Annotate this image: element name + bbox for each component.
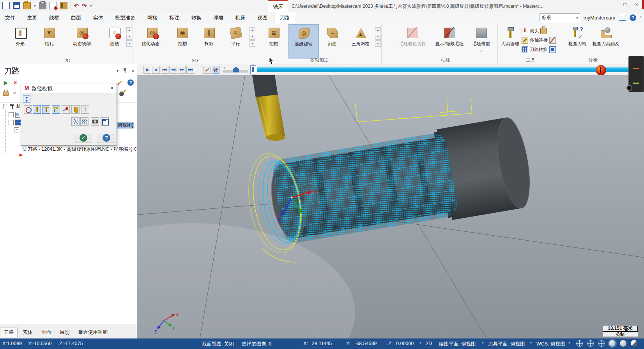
dynamic-mill-button[interactable]: ◎ 动态铣削: [65, 24, 98, 58]
tab-solids-manager[interactable]: 实体: [19, 328, 36, 337]
cplane-dropdown-icon[interactable]: ▾: [482, 341, 484, 345]
group-scroll-3d[interactable]: ▴▾▾: [249, 27, 255, 48]
quick-verify-button[interactable]: [52, 105, 60, 114]
edit-document-icon[interactable]: [50, 2, 57, 9]
tool-manager-button[interactable]: 刀具管理: [499, 24, 522, 58]
expand-icon[interactable]: +: [9, 112, 14, 117]
trace-mode-button[interactable]: [62, 105, 70, 114]
tab-wireframe[interactable]: 线框: [44, 12, 64, 24]
grid-slash-icon[interactable]: [549, 37, 556, 44]
skip-to-start-button[interactable]: |◀◀: [161, 66, 168, 74]
toolpath-transform-button[interactable]: 刀路转换: [522, 46, 556, 54]
tree-row-machine-group[interactable]: − 机: [3, 103, 21, 110]
tab-machine[interactable]: 机床: [230, 12, 251, 24]
pocket-3d-button[interactable]: ◉ 挖槽: [171, 24, 194, 58]
panel-menu-icon[interactable]: ▾: [117, 68, 119, 74]
trace-pen-button[interactable]: [203, 66, 211, 74]
panel-toggle-icon[interactable]: [549, 46, 556, 53]
simulate-rotary-axis-button[interactable]: [24, 105, 32, 114]
edit-parameters-icon[interactable]: [119, 92, 124, 96]
wcs-dropdown-icon[interactable]: ▾: [568, 341, 570, 345]
panel-help-icon[interactable]: ?: [127, 79, 134, 86]
customize-toolbar-icon[interactable]: ▾: [90, 4, 92, 8]
check-tool-contact-button[interactable]: 检查刀具触及: [589, 24, 622, 58]
pin-icon[interactable]: [123, 68, 127, 73]
check-holder-button[interactable]: ?✓ 检查刀柄: [566, 24, 589, 58]
collapse-icon[interactable]: −: [14, 127, 19, 132]
tplane-status[interactable]: 刀具平面: 俯视图: [488, 341, 525, 347]
dialog-title-bar[interactable]: M 路径模拟 ×: [21, 83, 117, 94]
tab-transform[interactable]: 转换: [186, 12, 207, 24]
display-tool-button[interactable]: [33, 105, 41, 114]
wireframe-shaded-icon[interactable]: [598, 340, 605, 347]
expand-dialog-button[interactable]: ▼▼: [23, 95, 30, 103]
toolpath-display-icon[interactable]: ≈: [11, 89, 18, 96]
speed-slider-thumb[interactable]: [233, 67, 239, 72]
edit-toolpath-icon[interactable]: [117, 81, 122, 85]
tab-levels-manager[interactable]: 层别: [56, 328, 73, 337]
progress-position-marker[interactable]: [250, 65, 256, 74]
ok-button[interactable]: ✓: [74, 133, 93, 143]
along-face-button[interactable]: ≈ 沿面: [321, 24, 343, 58]
wireframe-hidden-icon[interactable]: [587, 340, 594, 347]
print-icon[interactable]: [39, 2, 46, 9]
collapse-icon[interactable]: −: [3, 104, 8, 109]
stock-model-dropdown-icon[interactable]: ▾: [480, 49, 482, 53]
multiaxis-pocket-button[interactable]: ≣ 挖槽: [261, 24, 286, 58]
tab-toolpaths-manager[interactable]: 刀路: [0, 328, 18, 337]
project-button[interactable]: ∥ 投影: [197, 24, 221, 58]
collapse-ribbon-icon[interactable]: ^: [640, 16, 642, 20]
toolbox-icon[interactable]: [540, 28, 547, 34]
wireframe-display-icon[interactable]: [576, 340, 583, 347]
save-geometry-button[interactable]: [101, 117, 109, 126]
open-dropdown-icon[interactable]: ▾: [34, 4, 36, 8]
tab-view[interactable]: 视图: [252, 12, 272, 24]
group-scroll-2d[interactable]: ▴▾▾: [126, 27, 132, 48]
coords-dropdown-icon[interactable]: ▾: [419, 341, 421, 345]
tab-model-prep[interactable]: 模型准备: [110, 12, 140, 24]
widget-knob[interactable]: [626, 85, 632, 91]
drill-button[interactable]: ▼ 钻孔: [37, 24, 62, 58]
step-back-button[interactable]: ◀◀: [169, 66, 177, 74]
advanced-rotary-button[interactable]: ◎ 高级旋转: [288, 24, 319, 59]
endpoints-display-button[interactable]: [71, 117, 80, 126]
collapse-icon[interactable]: −: [9, 120, 14, 125]
minimize-button[interactable]: –: [607, 0, 619, 10]
step-forward-button[interactable]: ▶▶: [178, 66, 186, 74]
tab-surfaces[interactable]: 曲面: [66, 12, 86, 24]
shaded-edges-icon[interactable]: [620, 340, 626, 347]
translucent-display-icon[interactable]: [631, 340, 637, 347]
graphics-viewport[interactable]: X Y Z X Y Z: [137, 75, 644, 338]
select-all-operations-icon[interactable]: ▶: [2, 79, 9, 86]
machine-context-tab[interactable]: 铣床: [268, 0, 288, 13]
dialog-close-icon[interactable]: ×: [110, 85, 113, 91]
lock-icon[interactable]: [3, 92, 9, 96]
open-file-icon[interactable]: [23, 2, 31, 9]
unselect-all-operations-icon[interactable]: ×: [12, 79, 19, 86]
close-button[interactable]: ×: [631, 0, 642, 10]
stock-shading-toggle-button[interactable]: 毛坯着色切换: [395, 24, 430, 58]
undo-icon[interactable]: ↶: [74, 2, 79, 9]
tab-planes-manager[interactable]: 平面: [38, 328, 55, 337]
tree-row-operation[interactable]: −: [14, 127, 19, 132]
contour-button[interactable]: ▮ 外形: [8, 24, 33, 58]
face-mill-button[interactable]: ≡ 面铣: [102, 24, 127, 58]
section-view-status[interactable]: 截面视图: 关闭: [202, 341, 234, 347]
cplane-status[interactable]: 绘图平面: 俯视图: [439, 341, 476, 347]
parallel-button[interactable]: ≡ 平行: [224, 24, 247, 58]
help-icon[interactable]: ?: [630, 14, 636, 21]
tab-file[interactable]: 文件: [0, 12, 20, 24]
tplane-dropdown-icon[interactable]: ▾: [530, 341, 532, 345]
collision-check-button[interactable]: [81, 105, 89, 114]
tree-row-properties[interactable]: +: [9, 112, 20, 118]
hatch-display-button[interactable]: [212, 66, 219, 74]
my-mastercam-link[interactable]: myMastercam: [584, 15, 616, 21]
play-button[interactable]: ▶: [143, 66, 151, 74]
tab-solids[interactable]: 实体: [88, 12, 108, 24]
tab-art[interactable]: 浮雕: [208, 12, 228, 24]
dialog-help-button[interactable]: ?: [97, 133, 116, 143]
wcs-status[interactable]: WCS: 俯视图: [536, 341, 565, 347]
stop-button[interactable]: ■: [152, 66, 160, 74]
vectors-display-button[interactable]: [80, 117, 88, 126]
optimize-dynamic-button[interactable]: ◎ 优化动态...: [137, 24, 168, 58]
